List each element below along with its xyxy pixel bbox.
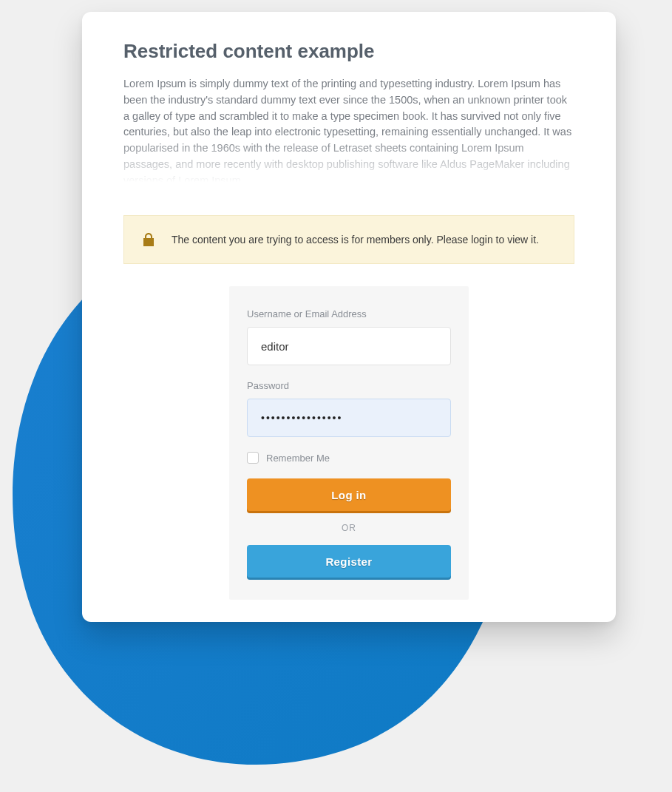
username-label: Username or Email Address [247,308,451,319]
or-divider: OR [247,523,451,533]
register-button[interactable]: Register [247,545,451,578]
remember-checkbox[interactable] [247,452,259,464]
remember-label: Remember Me [266,453,330,464]
login-form: Username or Email Address Password Remem… [229,286,469,600]
description-text: Lorem Ipsum is simply dummy text of the … [123,76,574,189]
username-input[interactable] [247,327,451,365]
remember-row: Remember Me [247,452,451,464]
notice-text: The content you are trying to access is … [172,234,539,246]
content-card: Restricted content example Lorem Ipsum i… [82,12,616,622]
lock-icon [142,232,155,247]
restricted-notice: The content you are trying to access is … [123,215,574,264]
description-wrap: Lorem Ipsum is simply dummy text of the … [123,76,574,189]
password-label: Password [247,380,451,391]
password-input[interactable] [247,399,451,437]
login-button[interactable]: Log in [247,478,451,511]
page-title: Restricted content example [123,40,574,63]
